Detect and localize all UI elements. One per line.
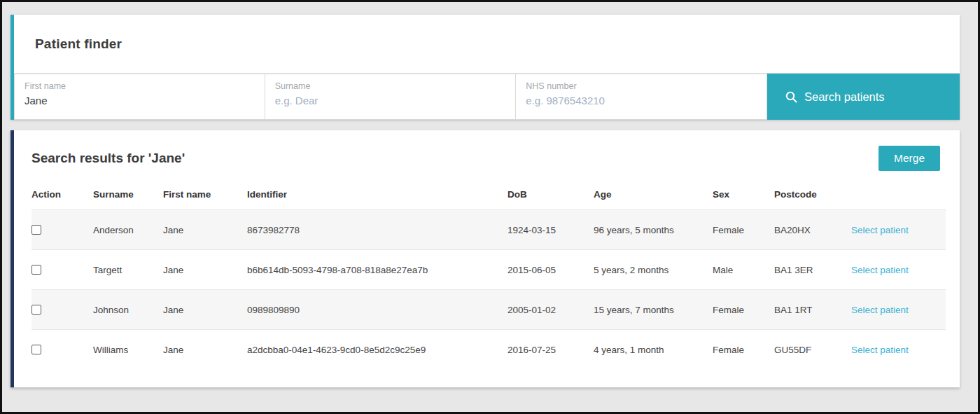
cell-postcode: GU55DF — [774, 330, 851, 370]
column-header-dob: DoB — [507, 181, 594, 210]
cell-first-name: Jane — [163, 290, 247, 330]
column-header-identifier: Identifier — [247, 181, 507, 210]
cell-identifier: b6b614db-5093-4798-a708-818a8e27ea7b — [247, 250, 507, 290]
cell-surname: Anderson — [93, 210, 163, 250]
cell-surname: Targett — [93, 250, 163, 290]
column-header-postcode: Postcode — [774, 181, 851, 210]
cell-first-name: Jane — [163, 250, 247, 290]
row-select-checkbox[interactable] — [31, 225, 41, 235]
search-patients-button[interactable]: Search patients — [767, 74, 960, 120]
cell-identifier: a2dcbba0-04e1-4623-9cd0-8e5d2c9c25e9 — [247, 330, 507, 370]
cell-first-name: Jane — [163, 330, 247, 370]
table-row: Anderson Jane 8673982778 1924-03-15 96 y… — [31, 210, 946, 250]
surname-input[interactable] — [275, 95, 503, 106]
cell-surname: Johnson — [93, 290, 163, 330]
search-icon — [785, 91, 797, 103]
column-header-select — [851, 181, 946, 210]
row-select-checkbox[interactable] — [31, 345, 41, 354]
search-results-card: Search results for 'Jane' Merge Action S… — [10, 130, 960, 387]
cell-dob: 1924-03-15 — [507, 210, 594, 250]
nhs-number-label: NHS number — [526, 81, 766, 91]
column-header-sex: Sex — [713, 181, 774, 210]
patient-finder-header: Patient finder — [14, 15, 960, 74]
table-row: Targett Jane b6b614db-5093-4798-a708-818… — [31, 250, 946, 290]
cell-first-name: Jane — [163, 210, 247, 250]
cell-postcode: BA1 3ER — [774, 250, 851, 290]
cell-identifier: 0989809890 — [247, 290, 507, 330]
patient-search-form: First name Surname NHS number Search pat… — [14, 74, 960, 120]
table-row: Johnson Jane 0989809890 2005-01-02 15 ye… — [31, 290, 946, 330]
patient-finder-card: Patient finder First name Surname NHS nu… — [10, 15, 960, 120]
cell-sex: Female — [713, 290, 774, 330]
column-header-action: Action — [31, 181, 93, 210]
row-select-checkbox[interactable] — [31, 305, 41, 315]
table-row: Williams Jane a2dcbba0-04e1-4623-9cd0-8e… — [31, 330, 946, 370]
results-header: Search results for 'Jane' Merge — [14, 130, 960, 181]
row-select-checkbox[interactable] — [31, 265, 41, 275]
cell-age: 15 years, 7 months — [594, 290, 713, 330]
results-title: Search results for 'Jane' — [31, 151, 185, 166]
column-header-age: Age — [594, 181, 713, 210]
surname-field[interactable]: Surname — [265, 74, 517, 120]
select-patient-link[interactable]: Select patient — [851, 305, 909, 315]
cell-dob: 2016-07-25 — [507, 330, 594, 370]
nhs-number-input[interactable] — [526, 95, 754, 106]
results-table-header-row: Action Surname First name Identifier DoB… — [31, 181, 946, 210]
cell-identifier: 8673982778 — [247, 210, 507, 250]
app-window: Patient finder First name Surname NHS nu… — [0, 0, 980, 414]
page-title: Patient finder — [35, 36, 122, 52]
cell-dob: 2015-06-05 — [507, 250, 594, 290]
merge-button[interactable]: Merge — [878, 146, 940, 171]
select-patient-link[interactable]: Select patient — [851, 265, 909, 275]
cell-sex: Female — [713, 210, 774, 250]
cell-age: 5 years, 2 months — [594, 250, 713, 290]
search-patients-label: Search patients — [804, 90, 885, 104]
surname-label: Surname — [275, 81, 516, 91]
cell-age: 96 years, 5 months — [594, 210, 713, 250]
first-name-input[interactable] — [24, 95, 253, 106]
cell-sex: Male — [713, 250, 774, 290]
first-name-field[interactable]: First name — [14, 74, 265, 120]
column-header-first-name: First name — [163, 181, 247, 210]
select-patient-link[interactable]: Select patient — [851, 225, 909, 235]
cell-sex: Female — [713, 330, 774, 370]
select-patient-link[interactable]: Select patient — [851, 345, 909, 355]
column-header-surname: Surname — [93, 181, 163, 210]
results-table: Action Surname First name Identifier DoB… — [31, 181, 946, 370]
cell-age: 4 years, 1 month — [594, 330, 713, 370]
cell-postcode: BA1 1RT — [774, 290, 851, 330]
first-name-label: First name — [24, 81, 265, 91]
nhs-number-field[interactable]: NHS number — [516, 74, 767, 120]
cell-surname: Williams — [93, 330, 163, 370]
cell-dob: 2005-01-02 — [507, 290, 594, 330]
cell-postcode: BA20HX — [774, 210, 851, 250]
